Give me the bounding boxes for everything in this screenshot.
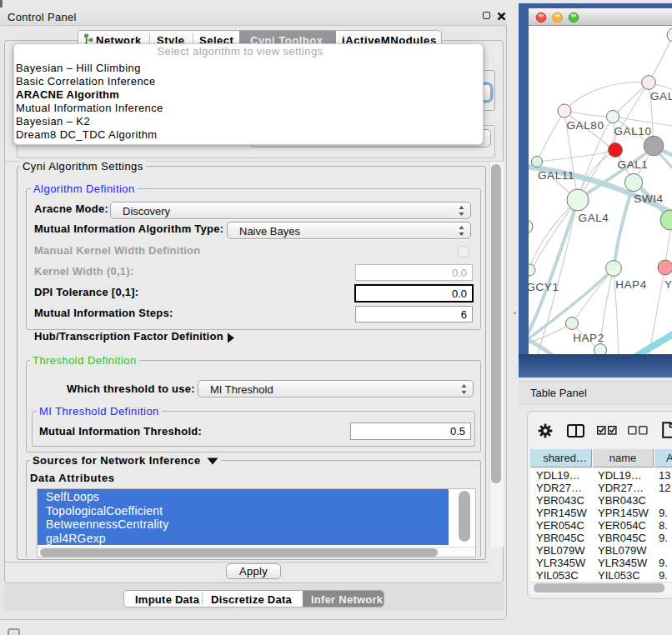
svg-text:YM: YM bbox=[664, 278, 672, 291]
svg-text:GAL1: GAL1 bbox=[618, 158, 649, 171]
svg-text:GAL80: GAL80 bbox=[566, 119, 604, 132]
svg-text:GAL4: GAL4 bbox=[579, 212, 609, 224]
svg-text:GAL11: GAL11 bbox=[538, 169, 574, 182]
svg-text:GCY1: GCY1 bbox=[529, 281, 559, 293]
svg-text:HAP2: HAP2 bbox=[573, 332, 604, 344]
svg-text:GAL7: GAL7 bbox=[650, 90, 672, 102]
svg-text:GAL10: GAL10 bbox=[614, 125, 651, 138]
svg-text:SWI4: SWI4 bbox=[634, 192, 663, 205]
svg-text:HAP4: HAP4 bbox=[615, 278, 647, 291]
